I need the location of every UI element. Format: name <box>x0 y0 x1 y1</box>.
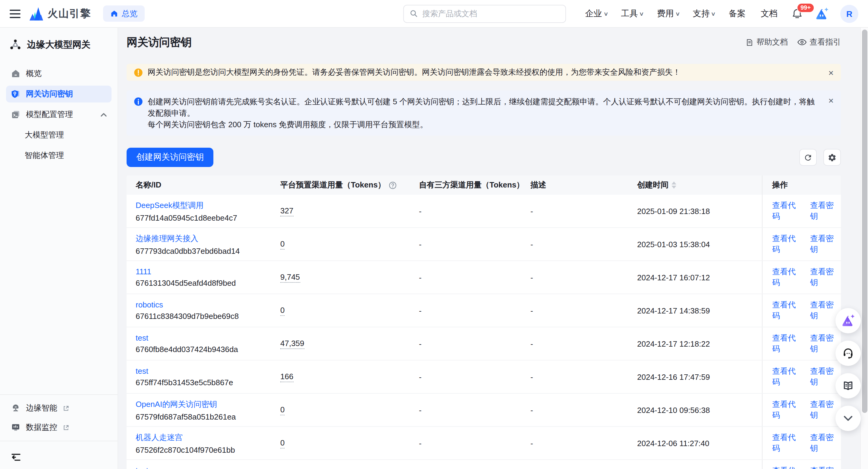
view-guide-link[interactable]: 查看指引 <box>798 37 841 48</box>
view-key-link[interactable]: 查看密钥 <box>810 267 841 288</box>
nav-menu-item[interactable]: 支持 ∨ <box>693 8 715 19</box>
description-value: - <box>530 439 533 447</box>
nav-menu-label: 备案 <box>729 8 746 19</box>
sidebar-link-data-monitoring[interactable]: 数据监控 <box>0 418 118 437</box>
created-at-value: 2024-12-17 12:18:22 <box>637 339 710 348</box>
notifications-button[interactable]: 99+ <box>792 7 803 20</box>
key-name-link[interactable]: 机器人走迷宫 <box>135 432 183 443</box>
sidebar-link-edge-intelligence[interactable]: 边缘智能 <box>0 399 118 418</box>
notification-badge: 99+ <box>797 3 814 12</box>
created-at-value: 2024-12-16 17:47:59 <box>637 372 710 381</box>
view-key-link[interactable]: 查看密钥 <box>810 465 841 469</box>
key-name-link[interactable]: 边缘推理网关接入 <box>135 233 198 244</box>
platform-usage-value[interactable]: 327 <box>280 206 293 216</box>
nav-menu-item[interactable]: 企业 ∨ <box>585 8 608 19</box>
platform-usage-value[interactable]: 0 <box>280 438 284 448</box>
create-gateway-key-button[interactable]: 创建网关访问密钥 <box>127 148 213 167</box>
question-circle-icon[interactable] <box>389 181 396 189</box>
created-at-value: 2025-01-03 15:38:04 <box>637 240 710 249</box>
search-input[interactable] <box>421 8 559 19</box>
platform-usage-value[interactable]: 0 <box>280 239 284 249</box>
scrollbar-track[interactable] <box>860 28 868 469</box>
product-title: 边缘大模型网关 <box>27 39 90 51</box>
global-search[interactable] <box>403 4 566 23</box>
key-id: 67611c8384309d7b9ebe69c8 <box>135 312 239 321</box>
view-code-link[interactable]: 查看代码 <box>772 233 803 255</box>
key-name-link[interactable]: test <box>135 367 148 376</box>
refresh-button[interactable] <box>799 149 817 166</box>
view-code-link[interactable]: 查看代码 <box>772 333 803 354</box>
sidebar-product-header: 边缘大模型网关 <box>0 28 118 63</box>
sidebar-item-gateway-keys[interactable]: 网关访问密钥 <box>6 86 112 102</box>
created-at-value: 2024-12-06 11:27:40 <box>637 439 710 447</box>
sidebar-item-llm-management[interactable]: 大模型管理 <box>0 126 112 144</box>
table-settings-button[interactable] <box>824 149 841 166</box>
view-code-link[interactable]: 查看代码 <box>772 300 803 321</box>
sort-icon[interactable] <box>672 182 676 189</box>
close-icon[interactable]: × <box>821 96 834 105</box>
page-title: 网关访问密钥 <box>127 35 192 50</box>
nav-menu-item[interactable]: 工具 ∨ <box>621 8 644 19</box>
sidebar-item-model-config[interactable]: 模型配置管理 <box>6 106 112 123</box>
key-name-link[interactable]: 1111 <box>135 267 151 276</box>
nav-menu-item[interactable]: 文档 <box>761 8 779 19</box>
collapse-panel-icon[interactable] <box>11 453 21 461</box>
key-name-link[interactable]: test <box>135 466 148 469</box>
view-code-link[interactable]: 查看代码 <box>772 267 803 288</box>
edge-node-icon <box>11 403 21 413</box>
platform-usage-value[interactable]: 47,359 <box>280 339 304 349</box>
view-code-link[interactable]: 查看代码 <box>772 399 803 421</box>
view-key-link[interactable]: 查看密钥 <box>810 432 841 454</box>
support-float-button[interactable] <box>835 341 861 366</box>
key-name-link[interactable]: DeepSeek模型调用 <box>135 200 204 211</box>
help-doc-link[interactable]: 帮助文档 <box>746 37 788 48</box>
platform-usage-value[interactable]: 0 <box>280 305 284 316</box>
volcengine-logo[interactable]: 火山引擎 <box>29 7 91 21</box>
platform-usage-value[interactable]: 9,745 <box>280 272 300 282</box>
close-icon[interactable]: × <box>821 68 834 77</box>
description-value: - <box>530 306 533 315</box>
sidebar-item-overview[interactable]: 概览 <box>6 65 112 82</box>
ai-assistant-float-button[interactable] <box>835 308 861 333</box>
brand-name: 火山引擎 <box>48 7 91 21</box>
view-code-link[interactable]: 查看代码 <box>772 366 803 387</box>
ai-assistant-nav-button[interactable] <box>814 6 830 21</box>
platform-usage-value[interactable]: 0 <box>280 405 284 415</box>
chevron-up-icon[interactable] <box>101 113 107 117</box>
key-id: 67526f2c870c104f970e61bb <box>135 445 235 454</box>
collapse-float-button[interactable] <box>835 406 861 431</box>
view-key-link[interactable]: 查看密钥 <box>810 200 841 222</box>
key-name-link[interactable]: robotics <box>135 300 163 309</box>
platform-usage-value[interactable]: 166 <box>280 372 293 382</box>
sidebar-footer-label: 边缘智能 <box>26 403 57 413</box>
thirdparty-usage-value: - <box>419 372 422 381</box>
table-row: robotics 67611c8384309d7b9ebe69c8 0 - - … <box>127 294 841 327</box>
nav-menu-item[interactable]: 费用 ∨ <box>657 8 680 19</box>
view-code-link[interactable]: 查看代码 <box>772 465 803 469</box>
avatar-initial: R <box>846 9 852 19</box>
home-icon <box>11 69 21 79</box>
scrollbar-thumb[interactable] <box>862 30 867 413</box>
table-row: test 675ff74f5b31453e5c5b867e 166 - - 20… <box>127 361 841 394</box>
gear-icon <box>828 153 837 162</box>
key-id: 6760fb8e4dd037424b9436da <box>135 345 238 354</box>
sidebar-item-agent-management[interactable]: 智能体管理 <box>0 147 112 164</box>
docs-float-button[interactable] <box>835 373 861 399</box>
user-avatar[interactable]: R <box>840 4 858 23</box>
tab-overview[interactable]: 总览 <box>103 5 145 22</box>
home-icon <box>110 10 118 18</box>
shield-key-icon <box>11 89 21 99</box>
key-name-link[interactable]: test <box>135 333 148 342</box>
view-code-link[interactable]: 查看代码 <box>772 200 803 222</box>
view-code-link[interactable]: 查看代码 <box>772 432 803 454</box>
nav-menu-item[interactable]: 备案 <box>729 8 747 19</box>
view-key-link[interactable]: 查看密钥 <box>810 233 841 255</box>
headset-icon <box>842 347 854 359</box>
key-name-link[interactable]: OpenAI的网关访问密钥 <box>135 399 217 410</box>
description-value: - <box>530 240 533 249</box>
chevron-down-icon: ∨ <box>711 10 716 17</box>
info-alert: 创建网关访问密钥前请先完成账号实名认证。企业认证账号默认可创建 5 个网关访问密… <box>127 90 841 136</box>
hamburger-menu-button[interactable] <box>10 9 21 18</box>
table-row: 1111 6761313045d5eafd4d8f9bed 9,745 - - … <box>127 261 841 294</box>
molecule-app-icon <box>9 39 22 51</box>
